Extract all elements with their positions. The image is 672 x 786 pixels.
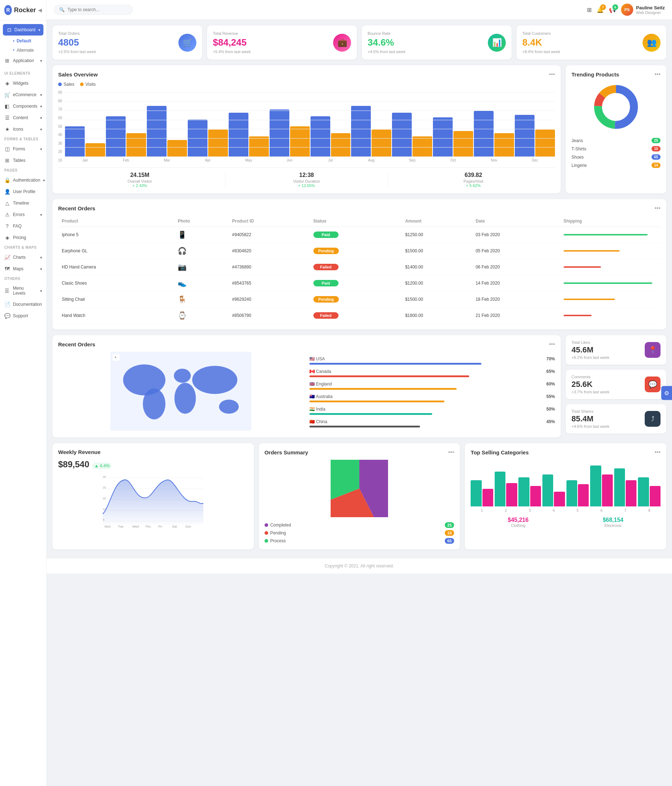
bar-chart-inner: JanFebMarAprMayJunJulAugSepOctNovDec [65,92,555,162]
asia [192,366,237,394]
sidebar-item-user-profile[interactable]: 👤 User Profile [0,186,46,197]
sidebar-sub-default[interactable]: Default [0,36,46,46]
country-pct: 70% [546,356,555,362]
country-name: 🇮🇳 India [309,407,325,412]
cat-bar-teal [590,465,601,506]
sidebar-item-authentication[interactable]: 🔒 Authentication ▾ [0,174,46,186]
sidebar-item-ecommerce[interactable]: 🛒 eCommerce ▾ [0,89,46,101]
x-label-thu: Thu [145,525,151,528]
cell-id: #9405822 [229,227,310,243]
country-pct: 45% [546,419,555,424]
pie-count-completed: 25 [445,522,454,528]
world-map-menu[interactable]: ••• [549,341,555,347]
cell-status: Paid [310,227,402,243]
sidebar-item-components[interactable]: ◧ Components ▾ [0,101,46,112]
country-header: 🇮🇳 India 50% [309,407,555,412]
sidebar-item-charts[interactable]: 📈 Charts ▾ [0,252,46,263]
trending-menu[interactable]: ••• [655,71,661,77]
cat-bar-teal [614,468,625,506]
sidebar-sub-alternate[interactable]: Alternate [0,46,46,55]
cell-shipping [560,275,661,291]
chart-stat-visitors: 24.15M Overall Visitor + 2.43% [58,172,222,188]
sidebar-item-timeline[interactable]: △ Timeline [0,197,46,209]
sidebar-item-errors[interactable]: ⚠ Errors ▾ [0,209,46,220]
sidebar-item-tables[interactable]: ⊞ Tables [0,155,46,166]
bar-visits-dec [535,130,555,157]
bar-label-jan: Jan [65,158,105,162]
sales-overview-menu[interactable]: ••• [549,71,555,77]
stat-info-revenue: Total Revenue $84,245 +5.4% from last we… [213,31,250,54]
sidebar-collapse-button[interactable]: ◀ [38,7,42,13]
bar-group-feb [106,116,146,157]
area-chart-svg: Mon Tue Wed Thu Fri Sat Sun 30 25 20 10 … [58,471,248,528]
sidebar-item-maps[interactable]: 🗺 Maps ▾ [0,263,46,275]
sidebar-errors-label: Errors [13,212,25,217]
cell-photo: 📱 [174,227,228,243]
search-input[interactable] [68,7,125,12]
pie-dot-completed [264,523,268,527]
sidebar-item-icons[interactable]: ★ Icons ▾ [0,123,46,135]
product-name-lingerie: Lingerie [571,163,587,168]
sidebar-item-widgets[interactable]: ◈ Widgets [0,77,46,89]
social-icon-likes: 📍 [645,342,661,358]
apps-button[interactable]: ⊞ [587,6,592,13]
sidebar-item-menu-levels[interactable]: ☰ Menu Levels ▾ [0,283,46,299]
recent-orders-menu[interactable]: ••• [655,205,661,211]
menu-levels-icon: ☰ [4,288,10,294]
bar-label-may: May [229,158,269,162]
footer-text: Copyright © 2021. All right reserved. [325,563,394,569]
sidebar-item-dashboard[interactable]: ⊡ Dashboard ▾ [3,24,43,36]
bar-visits-may [249,137,269,157]
stat-value-bounce: 34.6% [368,37,405,48]
sidebar-faq-label: FAQ [13,223,22,229]
country-pct: 60% [546,382,555,387]
y-label: 30 [58,141,62,145]
stat-card-orders: Total Orders 4805 +2.5% from last week 🛒 [52,25,202,60]
bar-label-aug: Aug [351,158,391,162]
status-badge: Paid [313,231,338,238]
sidebar-components-label: Components [13,104,37,109]
sidebar-menulevels-label: Menu Levels [13,286,37,296]
chevron-icon-auth: ▾ [43,178,45,182]
cell-amount: $1400.00 [402,259,472,275]
bar-visits-jun [290,126,310,157]
stat-label-customers: Total Customers [522,31,560,36]
sidebar-item-application[interactable]: ⊞ Application ▾ [0,55,46,66]
documentation-icon: 📄 [4,302,10,307]
search-box[interactable]: 🔍 [54,5,133,15]
cat-bar-pink [482,489,493,506]
icons-icon: ★ [4,126,10,132]
user-profile-area[interactable]: PS Pauline Seitz Web Designer [621,3,665,16]
sidebar-item-forms[interactable]: ◫ Forms ▾ [0,143,46,155]
alerts-button[interactable]: 📢 6 [609,6,616,13]
cat-bar-group [495,472,517,507]
sidebar-item-pricing[interactable]: ◈ Pricing [0,232,46,243]
sidebar-item-documentation[interactable]: 📄 Documentation [0,299,46,310]
bar-visits-mar [167,140,187,157]
stat-change-revenue: +5.4% from last week [213,50,250,54]
sidebar-item-support[interactable]: 💬 Support [0,310,46,322]
shipping-bar [563,266,601,268]
bar-labels: JanFebMarAprMayJunJulAugSepOctNovDec [65,158,555,162]
bar-sales-may [229,113,249,157]
cat-bar-pink [506,483,517,506]
bar-group-jan [65,126,105,157]
notifications-button[interactable]: 🔔 7 [596,6,604,13]
status-badge: Pending [313,248,339,254]
country-name: 🇺🇸 USA [309,356,325,362]
categories-footer: $45,216 Clothing $68,154 Electronic [471,517,661,528]
cell-photo: 👟 [174,275,228,291]
stat-icon-bounce: 📊 [488,34,506,52]
settings-float-button[interactable]: ⚙ [661,386,672,400]
cell-amount: $1200.00 [402,275,472,291]
sidebar-item-faq[interactable]: ? FAQ [0,220,46,232]
sidebar-ecommerce-label: eCommerce [13,92,36,97]
lock-icon: 🔒 [4,177,10,183]
stats-row: Total Orders 4805 +2.5% from last week 🛒… [52,25,666,60]
orders-summary-menu[interactable]: ••• [449,449,455,456]
table-row: Sitting Chair 🪑 #9629240 Pending $1500.0… [58,291,661,308]
sidebar-item-content[interactable]: ☰ Content ▾ [0,112,46,123]
table-row: Iphone 5 📱 #9405822 Paid $1250.00 03 Feb… [58,227,661,243]
top-categories-menu[interactable]: ••• [655,449,661,456]
pie-dot-pending [264,531,268,535]
